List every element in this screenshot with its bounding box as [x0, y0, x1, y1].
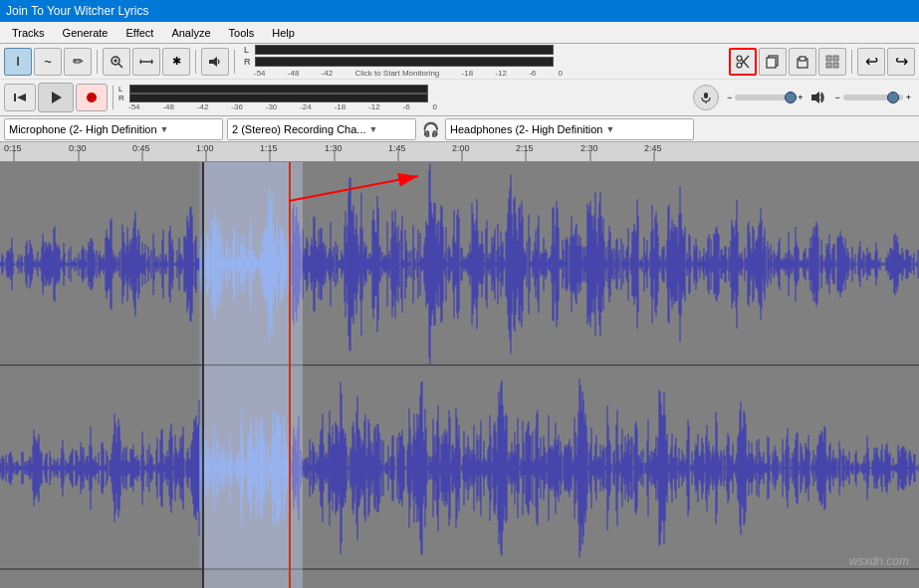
toolbar-row-1: I ~ ✏ — [0, 44, 919, 80]
output-volume-thumb — [887, 92, 899, 103]
rewind-button[interactable] — [4, 84, 36, 111]
copy-button[interactable] — [759, 48, 787, 76]
timeline-ruler — [0, 142, 919, 162]
sep-1 — [97, 50, 98, 74]
volume-thumb — [785, 92, 797, 103]
vu-2-r-label: R — [118, 94, 128, 102]
vu-l-label: L — [244, 45, 254, 55]
mic-select-arrow: ▼ — [160, 124, 169, 134]
svg-marker-5 — [139, 59, 141, 65]
input-controls: − + − + — [693, 85, 915, 110]
output-device-label: Headphones (2- High Definition — [450, 123, 602, 135]
device-row: Microphone (2- High Definition ▼ 2 (Ster… — [0, 116, 919, 142]
vu-bar-2-l — [129, 85, 428, 94]
svg-rect-15 — [800, 57, 805, 61]
track-area[interactable]: wsxdn.com — [0, 162, 919, 588]
sep-5 — [113, 86, 114, 109]
tool-zoom[interactable] — [103, 48, 130, 76]
toolbar-container: I ~ ✏ — [0, 44, 919, 116]
watermark: wsxdn.com — [849, 554, 909, 568]
menu-generate[interactable]: Generate — [55, 25, 116, 41]
record-icon — [85, 91, 99, 104]
speaker-out-icon — [810, 90, 826, 105]
toolbar-right: ↩ ↪ — [729, 48, 915, 76]
app-container: Join To Your Witcher Lyrics Tracks Gener… — [0, 0, 919, 588]
tool-draw[interactable]: ✏ — [64, 48, 92, 76]
tool-multi[interactable]: ✱ — [162, 48, 190, 76]
svg-point-9 — [737, 63, 742, 68]
vu-row-r: R — [244, 57, 563, 67]
svg-rect-19 — [833, 63, 838, 68]
vu-ticks-row: -54 -48 -42 Click to Start Monitoring -1… — [254, 69, 563, 78]
tool-select[interactable]: I — [4, 48, 32, 76]
menu-tools[interactable]: Tools — [221, 25, 263, 41]
sep-4 — [851, 50, 852, 74]
record-button[interactable] — [76, 84, 108, 111]
speaker-icon — [208, 55, 222, 69]
vu-tick-5: -12 — [495, 69, 507, 78]
output-volume-slider[interactable] — [843, 95, 903, 100]
paste-icon — [796, 55, 809, 69]
vu-tick-1: -48 — [288, 69, 300, 78]
channels-select[interactable]: 2 (Stereo) Recording Cha... ▼ — [227, 118, 416, 140]
vu-meter-area: L R -54 -48 -42 Click to Start Monitorin… — [244, 45, 563, 78]
mic-button[interactable] — [693, 85, 719, 110]
paste-button[interactable] — [789, 48, 816, 76]
tool-timeshift[interactable] — [132, 48, 160, 76]
svg-rect-18 — [826, 63, 831, 68]
output-select-arrow: ▼ — [605, 124, 614, 134]
vu-2-l-label: L — [118, 85, 128, 94]
mic-icon — [700, 92, 712, 103]
svg-marker-6 — [151, 59, 153, 65]
vu-ticks-row-2: -54 -48 -42 -36 -30 -24 -18 -12 -6 0 — [128, 102, 437, 111]
mic-device-select[interactable]: Microphone (2- High Definition ▼ — [4, 118, 223, 140]
vu-bar-l — [255, 45, 554, 55]
vu-bar-r — [255, 57, 554, 67]
svg-point-23 — [87, 93, 97, 102]
vu-meter-area-2: L R -54 -48 -42 -36 -30 -24 -18 — [118, 85, 437, 111]
rewind-icon — [13, 91, 27, 104]
redo-button[interactable]: ↪ — [887, 48, 915, 76]
tracks-panel: wsxdn.com — [0, 142, 919, 588]
svg-rect-17 — [833, 56, 838, 61]
vu-tick-3: Click to Start Monitoring — [354, 69, 439, 78]
trim-icon — [825, 55, 839, 69]
vu-row-2-l: L — [118, 85, 437, 94]
multi-icon: ✱ — [172, 55, 181, 68]
minus-icon-2: − — [834, 93, 839, 102]
menu-effect[interactable]: Effect — [117, 25, 161, 41]
svg-rect-20 — [14, 94, 16, 101]
mic-device-label: Microphone (2- High Definition — [9, 123, 157, 135]
main-content: wsxdn.com — [0, 142, 919, 588]
zoom-icon — [110, 55, 123, 69]
play-button[interactable] — [38, 83, 74, 112]
vu-tick-4: -18 — [462, 69, 474, 78]
trim-button[interactable] — [818, 48, 846, 76]
tool-speaker[interactable] — [201, 48, 229, 76]
timeshift-icon — [139, 55, 153, 69]
toolbar-row-2: L R -54 -48 -42 -36 -30 -24 -18 — [0, 80, 919, 115]
scissors-icon — [736, 55, 750, 69]
svg-marker-22 — [52, 92, 62, 103]
app-title: Join To Your Witcher Lyrics — [6, 4, 148, 18]
plus-icon: + — [798, 93, 803, 102]
undo-button[interactable]: ↩ — [857, 48, 885, 76]
vu-tick-7: 0 — [559, 69, 563, 78]
plus-icon-2: + — [906, 93, 911, 102]
menu-help[interactable]: Help — [264, 25, 303, 41]
output-device-select[interactable]: Headphones (2- High Definition ▼ — [445, 118, 694, 140]
svg-marker-7 — [209, 57, 217, 67]
copy-icon — [766, 55, 780, 69]
sep-3 — [234, 50, 235, 74]
channels-label: 2 (Stereo) Recording Cha... — [232, 123, 366, 135]
playback-volume-slider[interactable] — [735, 95, 795, 100]
play-icon — [48, 90, 64, 105]
svg-point-8 — [737, 56, 742, 61]
menu-tracks[interactable]: Tracks — [4, 25, 53, 41]
tool-envelope[interactable]: ~ — [34, 48, 62, 76]
menu-analyze[interactable]: Analyze — [163, 25, 218, 41]
svg-rect-13 — [767, 58, 776, 68]
channels-arrow: ▼ — [369, 124, 378, 134]
cut-button[interactable] — [729, 48, 757, 76]
svg-line-1 — [118, 64, 122, 68]
